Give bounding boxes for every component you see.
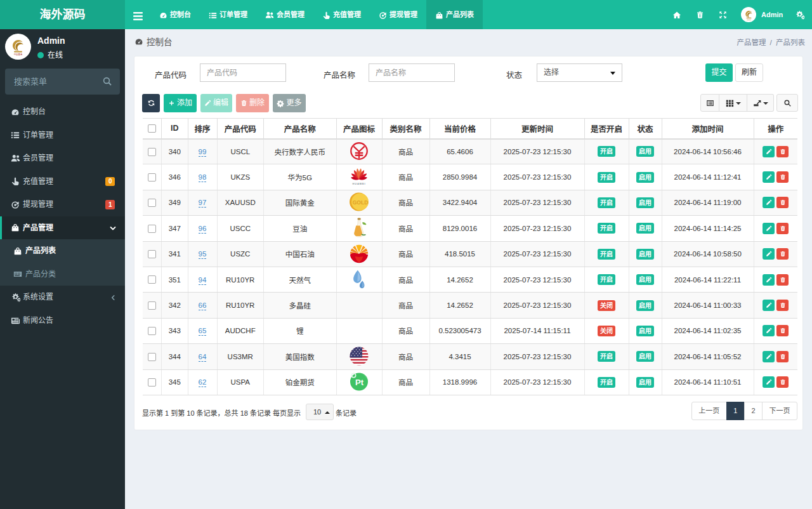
svg-text:GOLD: GOLD: [352, 199, 368, 206]
svg-text:HUAWEI: HUAWEI: [353, 182, 366, 185]
svg-text:●●●●: ●●●●: [747, 19, 751, 21]
svg-text:中国黄金: 中国黄金: [14, 53, 23, 56]
svg-text:Pt: Pt: [355, 378, 364, 387]
